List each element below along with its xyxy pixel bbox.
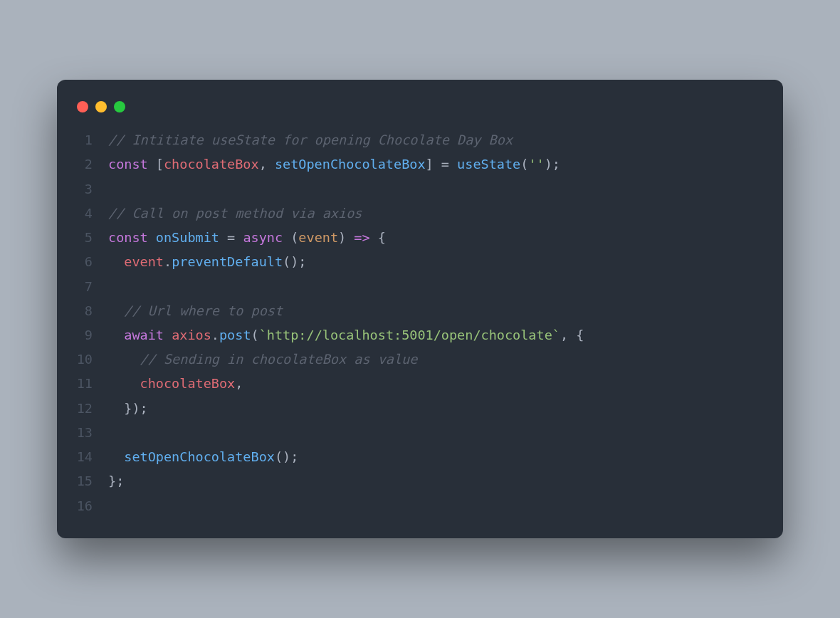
minimize-icon[interactable] [95,101,107,112]
token: = [219,230,243,245]
line-content [108,421,766,445]
line-content: await axios.post(`http://localhost:5001/… [108,323,766,347]
line-number: 7 [74,275,108,299]
line-number: 10 [74,347,108,372]
code-line: 13 [74,421,766,445]
token [108,376,140,391]
line-content: event.preventDefault(); [108,250,766,274]
token [148,230,156,245]
token: useState [457,157,520,172]
token: // Intitiate useState for opening Chocol… [108,132,513,147]
token: `http://localhost:5001/open/chocolate` [259,328,560,342]
line-content [108,275,766,299]
line-content: // Call on post method via axios [108,201,766,226]
code-line: 1// Intitiate useState for opening Choco… [74,128,766,152]
line-content: // Intitiate useState for opening Chocol… [108,128,766,152]
line-number: 15 [74,469,108,493]
code-window: 1// Intitiate useState for opening Choco… [57,80,783,538]
token: . [211,328,219,342]
line-content: }; [108,469,766,493]
token: , [235,376,243,391]
line-number: 5 [74,226,108,250]
code-line: 7 [74,275,766,299]
token: // Call on post method via axios [108,206,362,221]
token: setOpenChocolateBox [124,449,275,464]
close-icon[interactable] [77,101,88,112]
token [108,328,124,342]
line-number: 13 [74,421,108,445]
line-content [108,177,766,201]
token [108,401,124,416]
token: . [164,254,172,269]
token [108,303,124,318]
code-line: 11 chocolateBox, [74,372,766,396]
code-line: 3 [74,177,766,201]
token [108,449,124,464]
line-number: 1 [74,128,108,152]
code-line: 16 [74,494,766,518]
code-line: 10 // Sending in chocolateBox as value [74,347,766,372]
token: const [108,157,148,172]
token: }; [108,473,124,488]
line-number: 12 [74,397,108,421]
token: ] = [426,157,458,172]
line-content: // Sending in chocolateBox as value [108,347,766,372]
token: post [219,328,251,342]
token: axios [172,328,211,342]
token: async [243,230,283,245]
token [108,352,140,367]
window-titlebar [74,97,766,128]
line-content: const onSubmit = async (event) => { [108,226,766,250]
token: ( [520,157,528,172]
token: ( [283,230,298,245]
code-line: 8 // Url where to post [74,299,766,323]
line-number: 14 [74,445,108,469]
line-number: 3 [74,177,108,201]
code-line: 6 event.preventDefault(); [74,250,766,274]
line-number: 4 [74,201,108,226]
line-content: // Url where to post [108,299,766,323]
token: // Sending in chocolateBox as value [140,352,418,367]
token: => [354,230,369,245]
code-line: 2const [chocolateBox, setOpenChocolateBo… [74,152,766,177]
token: ); [545,157,560,172]
token: await [124,328,164,342]
token: chocolateBox [164,157,259,172]
line-content [108,494,766,518]
line-content: const [chocolateBox, setOpenChocolateBox… [108,152,766,177]
token: setOpenChocolateBox [275,157,426,172]
token [164,328,172,342]
token: const [108,230,148,245]
line-content: setOpenChocolateBox(); [108,445,766,469]
line-content: }); [108,397,766,421]
line-number: 11 [74,372,108,396]
code-line: 5const onSubmit = async (event) => { [74,226,766,250]
code-line: 14 setOpenChocolateBox(); [74,445,766,469]
line-number: 8 [74,299,108,323]
code-editor[interactable]: 1// Intitiate useState for opening Choco… [74,128,766,518]
token: { [370,230,386,245]
token: ) [338,230,354,245]
token: chocolateBox [140,376,236,391]
token [108,254,124,269]
line-number: 9 [74,323,108,347]
code-line: 12 }); [74,397,766,421]
token: event [124,254,164,269]
token: onSubmit [156,230,219,245]
line-content: chocolateBox, [108,372,766,396]
token: }); [124,401,147,416]
code-line: 15}; [74,469,766,493]
token: // Url where to post [124,303,283,318]
line-number: 6 [74,250,108,274]
token: (); [283,254,306,269]
line-number: 16 [74,494,108,518]
token: '' [528,157,544,172]
token: event [298,230,338,245]
token: , [259,157,275,172]
code-line: 4// Call on post method via axios [74,201,766,226]
token: [ [148,157,164,172]
token: , { [560,328,584,342]
maximize-icon[interactable] [114,101,125,112]
token: preventDefault [172,254,283,269]
code-line: 9 await axios.post(`http://localhost:500… [74,323,766,347]
